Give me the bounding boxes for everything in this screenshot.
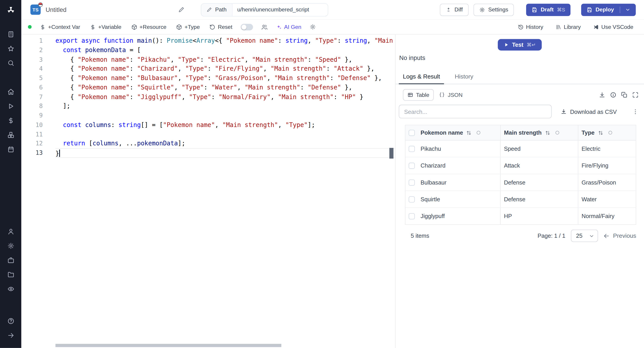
toolbar-history-button[interactable]: History	[518, 24, 544, 30]
diff-button[interactable]: Diff	[440, 4, 468, 16]
code-line-10[interactable]: 10 const columns: string[] = ["Pokemon n…	[22, 120, 395, 130]
sort-icon[interactable]	[466, 130, 472, 135]
row-checkbox[interactable]	[409, 179, 415, 186]
path-input[interactable]	[232, 4, 328, 16]
line-number: 7	[22, 92, 43, 102]
toolbar-resource-button[interactable]: +Resource	[131, 24, 166, 30]
sidebar-calculator-icon[interactable]	[5, 28, 16, 40]
toolbar-reset-button[interactable]: Reset	[210, 24, 232, 30]
toolbar-variable-button[interactable]: +Variable	[90, 24, 122, 30]
sidebar-briefcase-icon[interactable]	[5, 254, 16, 266]
folder-icon	[7, 271, 14, 278]
items-count: 5 items	[411, 232, 429, 239]
filter-circle-icon[interactable]	[608, 130, 613, 135]
sidebar-modules-icon[interactable]	[5, 129, 16, 140]
code-line-4[interactable]: 4 { "Pokemon name": "Charizard", "Type":…	[22, 64, 395, 74]
code-line-5[interactable]: 5 { "Pokemon name": "Bulbasaur", "Type":…	[22, 74, 395, 83]
sidebar-gear-icon[interactable]	[5, 240, 16, 252]
code-line-6[interactable]: 6 { "Pokemon name": "Squirtle", "Type": …	[22, 83, 395, 92]
script-title: Untitled	[46, 6, 66, 13]
sidebar-calendar-icon[interactable]	[5, 143, 16, 155]
deploy-button[interactable]: Deploy	[581, 4, 636, 16]
view-table-button[interactable]: Table	[403, 89, 434, 101]
previous-page-button[interactable]: Previous	[603, 232, 636, 239]
toolbar-library-button[interactable]: Library	[556, 24, 581, 30]
sidebar-dollar-icon[interactable]	[5, 114, 16, 126]
sort-icon[interactable]	[545, 130, 550, 135]
home-icon	[7, 88, 14, 95]
dollar-icon	[90, 24, 96, 30]
code-line-8[interactable]: 8 ];	[22, 102, 395, 111]
code-line-3[interactable]: 3 { "Pokemon name": "Pikachu", "Type": "…	[22, 55, 395, 64]
code-line-9[interactable]: 9	[22, 111, 395, 120]
view-json-button[interactable]: JSON	[438, 89, 464, 101]
toggle-switch[interactable]	[240, 24, 253, 30]
sort-icon[interactable]	[598, 130, 603, 135]
download-icon	[560, 108, 567, 115]
settings-button[interactable]: Settings	[474, 4, 514, 16]
toolbar-context-var-button[interactable]: +Context Var	[40, 24, 80, 30]
reset-icon	[210, 24, 216, 30]
line-number: 10	[22, 120, 43, 130]
code-editor[interactable]: 1export async function main(): Promise<A…	[22, 34, 395, 348]
sidebar-play-icon[interactable]	[5, 100, 16, 112]
badge-label: TS	[32, 7, 38, 12]
table-row[interactable]: JigglypuffHPNormal/Fairy	[406, 208, 636, 224]
maximize-icon[interactable]	[632, 92, 639, 98]
line-number: 11	[22, 130, 43, 139]
path-button[interactable]: Path	[201, 4, 232, 16]
table-row[interactable]: SquirtleDefenseWater	[406, 191, 636, 208]
horizontal-scrollbar[interactable]	[56, 344, 281, 347]
filter-circle-icon[interactable]	[555, 130, 560, 135]
table-row[interactable]: BulbasaurDefenseGrass/Poison	[406, 174, 636, 191]
sidebar-arrow-right-icon[interactable]	[5, 330, 16, 341]
line-number: 1	[22, 36, 43, 46]
code-line-12[interactable]: 12 return [columns, ...pokemonData];	[22, 139, 395, 148]
line-number: 9	[22, 111, 43, 120]
copy-icon[interactable]	[621, 92, 628, 98]
edit-title-pencil-icon[interactable]	[178, 6, 184, 13]
sidebar-star-icon[interactable]	[5, 43, 16, 54]
toolbar-type-button[interactable]: +Type	[176, 24, 200, 30]
toolbar-use-vscode-button[interactable]: Use VSCode	[593, 24, 633, 30]
sidebar-home-icon[interactable]	[5, 86, 16, 97]
code-line-13[interactable]: 13}	[22, 148, 395, 158]
deploy-chevron-down-icon[interactable]	[625, 7, 630, 12]
code-line-1[interactable]: 1export async function main(): Promise<A…	[22, 36, 395, 46]
briefcase-icon	[7, 256, 14, 264]
row-checkbox[interactable]	[409, 196, 415, 202]
row-checkbox[interactable]	[409, 162, 415, 169]
sidebar-search-icon[interactable]	[5, 57, 16, 68]
cell-value: Jigglypuff	[420, 213, 445, 219]
draft-button[interactable]: Draft ⌘S	[526, 4, 571, 16]
code-line-2[interactable]: 2 const pokemonData = [	[22, 46, 395, 55]
download-csv-button[interactable]: Download as CSV	[560, 108, 617, 115]
play-icon	[504, 42, 509, 47]
multiplayer-users-icon[interactable]	[261, 24, 268, 30]
tab-logs-result[interactable]: Logs & Result	[399, 70, 444, 84]
sidebar-user-icon[interactable]	[5, 226, 16, 237]
sidebar-folder-icon[interactable]	[5, 268, 16, 280]
download-result-icon[interactable]	[599, 92, 605, 98]
code-line-7[interactable]: 7 { "Pokemon name": "Jigglypuff", "Type"…	[22, 92, 395, 102]
table-row[interactable]: CharizardAttackFire/Flying	[406, 157, 636, 174]
per-page-select[interactable]: 25	[571, 230, 598, 242]
kebab-menu-icon[interactable]	[632, 108, 639, 115]
info-icon[interactable]	[610, 92, 616, 98]
result-table: Pokemon nameMain strengthTypePikachuSpee…	[405, 125, 636, 224]
tab-history[interactable]: History	[450, 70, 478, 84]
test-button[interactable]: Test ⌘↵	[498, 39, 542, 50]
sidebar-help-icon[interactable]	[5, 315, 16, 326]
filter-circle-icon[interactable]	[476, 130, 481, 135]
ai-gen-button[interactable]: AI Gen	[276, 24, 302, 30]
windmill-logo[interactable]	[5, 4, 16, 16]
row-checkbox[interactable]	[409, 213, 415, 219]
sidebar-eye-icon[interactable]	[5, 283, 16, 294]
row-checkbox[interactable]	[409, 146, 415, 152]
cell-value: Attack	[501, 157, 578, 174]
table-row[interactable]: PikachuSpeedElectric	[406, 140, 636, 157]
code-line-11[interactable]: 11	[22, 130, 395, 139]
search-input[interactable]	[399, 105, 552, 118]
select-all-checkbox[interactable]	[409, 130, 415, 136]
editor-settings-gear-icon[interactable]	[310, 24, 316, 30]
